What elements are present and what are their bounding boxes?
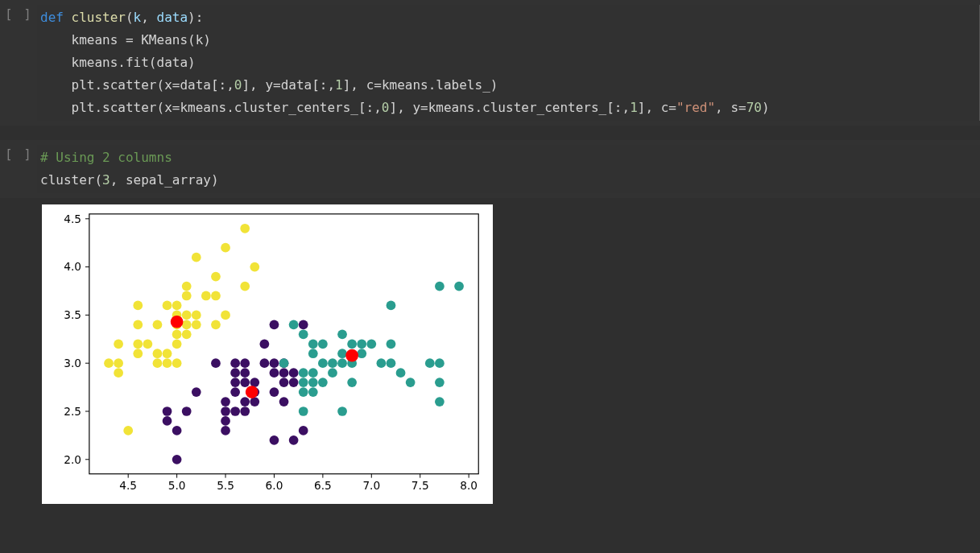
point bbox=[172, 339, 182, 349]
point bbox=[337, 406, 347, 416]
code-token: , s bbox=[715, 100, 738, 115]
point bbox=[192, 253, 201, 262]
code-editor-2[interactable]: # Using 2 columnscluster(3, sepal_array) bbox=[37, 145, 980, 193]
x-tick-label: 7.0 bbox=[362, 479, 380, 492]
point bbox=[182, 311, 192, 320]
x-tick-label: 4.5 bbox=[119, 479, 137, 492]
point bbox=[377, 358, 387, 368]
cell-2-output: 4.55.05.56.06.57.07.58.02.02.53.03.54.04… bbox=[0, 204, 980, 504]
point bbox=[163, 349, 172, 358]
code-token: = bbox=[126, 32, 141, 47]
point bbox=[230, 406, 240, 416]
point bbox=[318, 378, 328, 387]
point bbox=[114, 358, 123, 368]
output-gutter bbox=[5, 204, 37, 504]
point bbox=[270, 435, 279, 445]
point bbox=[345, 349, 358, 362]
code-token: # Using 2 columns bbox=[40, 150, 172, 165]
code-token: = bbox=[668, 100, 676, 115]
x-tick-label: 6.0 bbox=[266, 479, 283, 492]
code-line: plt.scatter(x=kmeans.cluster_centers_[:,… bbox=[40, 97, 976, 119]
point bbox=[250, 378, 259, 387]
point bbox=[163, 416, 172, 426]
code-token: ], c bbox=[638, 100, 669, 115]
point bbox=[123, 426, 133, 435]
code-token: = bbox=[172, 100, 180, 115]
point bbox=[289, 368, 299, 378]
point bbox=[396, 368, 406, 378]
point bbox=[133, 301, 143, 311]
point bbox=[153, 349, 163, 358]
point bbox=[279, 397, 289, 406]
point bbox=[240, 368, 250, 378]
point bbox=[387, 339, 396, 349]
code-cell-2: [ ] # Using 2 columnscluster(3, sepal_ar… bbox=[0, 140, 980, 198]
code-token: = bbox=[273, 77, 281, 93]
point bbox=[182, 282, 192, 291]
point bbox=[270, 320, 279, 329]
point bbox=[366, 339, 376, 349]
point bbox=[221, 426, 230, 435]
point bbox=[337, 349, 347, 358]
point bbox=[221, 243, 230, 253]
code-token: data[:, bbox=[281, 77, 335, 93]
output-body: 4.55.05.56.06.57.07.58.02.02.53.03.54.04… bbox=[37, 204, 980, 504]
point bbox=[230, 358, 240, 368]
code-token: def bbox=[40, 10, 72, 25]
point bbox=[114, 368, 123, 378]
code-token: 0 bbox=[382, 100, 390, 115]
point bbox=[240, 378, 250, 387]
point bbox=[240, 358, 250, 368]
code-token: plt.scatter(x bbox=[40, 77, 172, 93]
point bbox=[133, 320, 143, 329]
point bbox=[133, 339, 143, 349]
point bbox=[279, 358, 289, 368]
point bbox=[172, 426, 182, 435]
x-tick-label: 6.5 bbox=[314, 479, 332, 492]
point bbox=[387, 301, 396, 311]
code-token: = bbox=[420, 100, 428, 115]
point bbox=[299, 368, 308, 378]
point bbox=[153, 320, 163, 329]
code-token: 1 bbox=[630, 100, 638, 115]
point bbox=[308, 339, 318, 349]
point bbox=[240, 282, 250, 291]
point bbox=[308, 387, 318, 397]
point bbox=[192, 311, 201, 320]
point bbox=[357, 339, 366, 349]
code-cell-1: [ ] def cluster(k, data): kmeans = KMean… bbox=[0, 0, 980, 126]
exec-count-1[interactable]: [ ] bbox=[5, 5, 37, 22]
code-token: kmeans.fit(data) bbox=[40, 55, 196, 70]
point bbox=[230, 378, 240, 387]
point bbox=[171, 316, 184, 328]
exec-count-2[interactable]: [ ] bbox=[5, 145, 37, 162]
code-token: kmeans.labels_) bbox=[382, 77, 498, 93]
point bbox=[172, 358, 182, 368]
point bbox=[299, 426, 308, 435]
point bbox=[172, 329, 182, 339]
code-token: , bbox=[141, 10, 156, 25]
point bbox=[270, 358, 279, 368]
x-axis: 4.55.05.56.06.57.07.58.0 bbox=[119, 474, 478, 493]
point bbox=[221, 311, 230, 320]
point bbox=[163, 406, 172, 416]
code-line: def cluster(k, data): bbox=[40, 6, 976, 29]
point bbox=[279, 368, 289, 378]
code-editor-1[interactable]: def cluster(k, data): kmeans = KMeans(k)… bbox=[37, 5, 980, 121]
code-token: cluster( bbox=[40, 172, 102, 188]
point bbox=[172, 455, 182, 464]
point bbox=[454, 282, 464, 291]
code-line: cluster(3, sepal_array) bbox=[40, 169, 977, 192]
point bbox=[192, 320, 201, 329]
code-token: data[:, bbox=[180, 77, 234, 93]
point bbox=[114, 339, 123, 349]
point bbox=[104, 358, 114, 368]
y-tick-label: 2.0 bbox=[64, 453, 81, 466]
code-line: kmeans.fit(data) bbox=[40, 52, 976, 74]
y-tick-label: 4.0 bbox=[64, 260, 81, 273]
point bbox=[211, 291, 221, 301]
y-tick-label: 2.5 bbox=[64, 405, 81, 418]
point bbox=[221, 416, 230, 426]
code-line: kmeans = KMeans(k) bbox=[40, 29, 976, 52]
point bbox=[240, 406, 250, 416]
